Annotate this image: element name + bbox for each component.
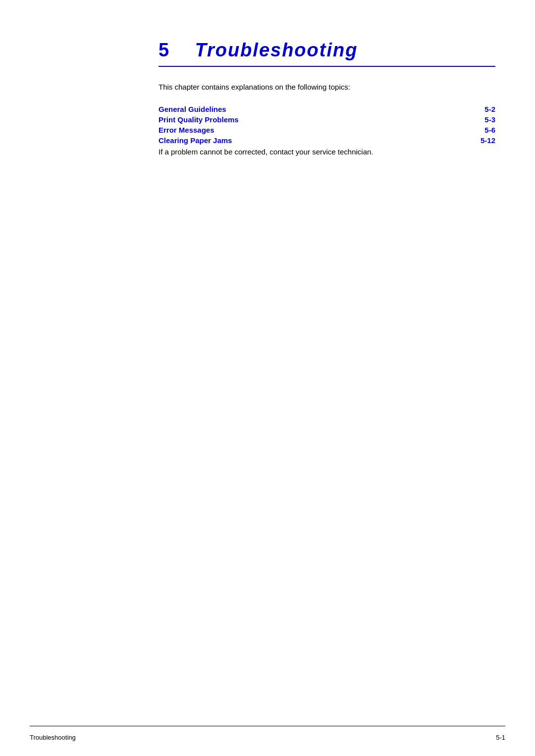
toc-page: 5-6	[484, 126, 495, 134]
toc-row: Clearing Paper Jams5-12	[159, 136, 495, 145]
footer-right: 5-1	[496, 734, 505, 741]
footer-divider	[30, 726, 505, 726]
toc-page: 5-2	[484, 105, 495, 113]
toc-row: General Guidelines5-2	[159, 105, 495, 113]
toc-link[interactable]: General Guidelines	[159, 105, 226, 113]
toc-section: General Guidelines5-2Print Quality Probl…	[159, 105, 495, 145]
title-divider	[159, 66, 495, 67]
toc-page: 5-3	[484, 115, 495, 124]
chapter-title: 5 Troubleshooting	[159, 40, 495, 61]
footer: Troubleshooting 5-1	[0, 734, 535, 741]
toc-link[interactable]: Print Quality Problems	[159, 115, 239, 124]
content-area: 5 Troubleshooting This chapter contains …	[159, 40, 495, 756]
footer-left: Troubleshooting	[30, 734, 76, 741]
toc-row: Print Quality Problems5-3	[159, 115, 495, 124]
page-container: 5 Troubleshooting This chapter contains …	[0, 0, 535, 756]
toc-row: Error Messages5-6	[159, 126, 495, 134]
chapter-heading: 5 Troubleshooting	[159, 40, 495, 67]
chapter-title-text: Troubleshooting	[195, 40, 358, 60]
toc-link[interactable]: Error Messages	[159, 126, 214, 134]
intro-text: This chapter contains explanations on th…	[159, 82, 495, 93]
closing-text: If a problem cannot be corrected, contac…	[159, 147, 495, 158]
toc-link[interactable]: Clearing Paper Jams	[159, 136, 232, 145]
chapter-number: 5	[159, 40, 170, 60]
toc-page: 5-12	[481, 136, 495, 145]
